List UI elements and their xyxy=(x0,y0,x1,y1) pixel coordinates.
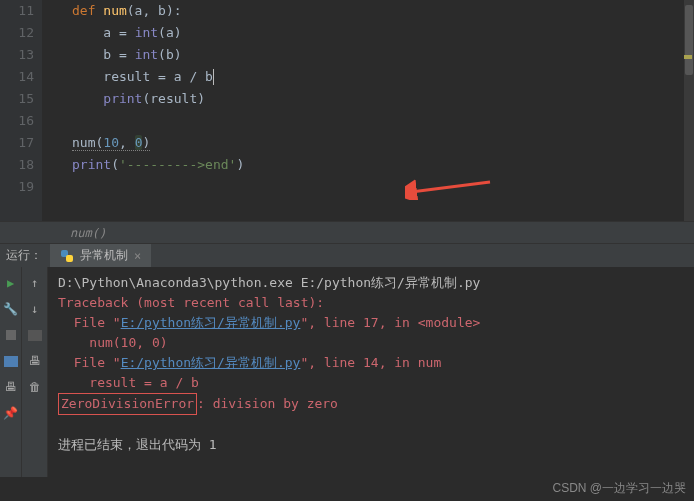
run-toolbar-left: ▶ 🔧 🖶 📌 xyxy=(0,267,22,477)
print-icon[interactable]: 🖶 xyxy=(27,353,43,369)
watermark: CSDN @一边学习一边哭 xyxy=(552,480,686,497)
line-number: 11 xyxy=(0,0,34,22)
soft-wrap-icon[interactable] xyxy=(27,327,43,343)
run-tab-label: 异常机制 xyxy=(80,247,128,264)
console-line xyxy=(58,415,684,435)
scroll-up-icon[interactable]: ↑ xyxy=(27,275,43,291)
print-icon[interactable]: 🖶 xyxy=(3,379,19,395)
console-line: result = a / b xyxy=(58,373,684,393)
console-line: 进程已结束，退出代码为 1 xyxy=(58,435,684,455)
console-line: num(10, 0) xyxy=(58,333,684,353)
error-name-box: ZeroDivisionError xyxy=(58,393,197,415)
code-line: b = int(b) xyxy=(72,44,694,66)
run-label: 运行： xyxy=(6,247,42,264)
code-line: a = int(a) xyxy=(72,22,694,44)
file-link[interactable]: E:/python练习/异常机制.py xyxy=(121,315,301,330)
editor-area: 11 12 13 14 15 16 17 18 19 def num(a, b)… xyxy=(0,0,694,221)
code-line: num(10, 0) xyxy=(72,132,694,154)
code-line: result = a / b xyxy=(72,66,694,88)
run-panel-body: ▶ 🔧 🖶 📌 ↑ ↓ 🖶 🗑 D:\Python\Anaconda3\pyth… xyxy=(0,267,694,477)
scroll-down-icon[interactable]: ↓ xyxy=(27,301,43,317)
line-number: 19 xyxy=(0,176,34,198)
wrench-icon[interactable]: 🔧 xyxy=(3,301,19,317)
console-line: D:\Python\Anaconda3\python.exe E:/python… xyxy=(58,273,684,293)
line-number: 17 xyxy=(0,132,34,154)
console-line: Traceback (most recent call last): xyxy=(58,293,684,313)
toggle-soft-wrap-icon[interactable] xyxy=(3,353,19,369)
console-line: File "E:/python练习/异常机制.py", line 14, in … xyxy=(58,353,684,373)
code-line: def num(a, b): xyxy=(72,0,694,22)
run-panel-header: 运行： 异常机制 × xyxy=(0,243,694,267)
console-line: ZeroDivisionError: division by zero xyxy=(58,393,684,415)
code-line: print('--------->end') xyxy=(72,154,694,176)
run-tab[interactable]: 异常机制 × xyxy=(50,244,151,267)
stop-icon[interactable] xyxy=(3,327,19,343)
line-number: 18 xyxy=(0,154,34,176)
line-number: 14 xyxy=(0,66,34,88)
pin-icon[interactable]: 📌 xyxy=(3,405,19,421)
run-toolbar-mid: ↑ ↓ 🖶 🗑 xyxy=(22,267,48,477)
console-output[interactable]: D:\Python\Anaconda3\python.exe E:/python… xyxy=(48,267,694,477)
line-number: 16 xyxy=(0,110,34,132)
editor-scrollbar[interactable] xyxy=(684,0,694,221)
scrollbar-thumb[interactable] xyxy=(685,5,693,75)
code-line xyxy=(72,110,694,132)
run-play-icon[interactable]: ▶ xyxy=(3,275,19,291)
warning-marker[interactable] xyxy=(684,55,692,59)
trash-icon[interactable]: 🗑 xyxy=(27,379,43,395)
line-number: 13 xyxy=(0,44,34,66)
console-line: File "E:/python练习/异常机制.py", line 17, in … xyxy=(58,313,684,333)
code-area[interactable]: def num(a, b): a = int(a) b = int(b) res… xyxy=(42,0,694,221)
line-number: 12 xyxy=(0,22,34,44)
file-link[interactable]: E:/python练习/异常机制.py xyxy=(121,355,301,370)
python-icon xyxy=(60,249,74,263)
line-number: 15 xyxy=(0,88,34,110)
close-icon[interactable]: × xyxy=(134,249,141,263)
code-line: print(result) xyxy=(72,88,694,110)
line-gutter: 11 12 13 14 15 16 17 18 19 xyxy=(0,0,42,221)
code-line xyxy=(72,176,694,198)
